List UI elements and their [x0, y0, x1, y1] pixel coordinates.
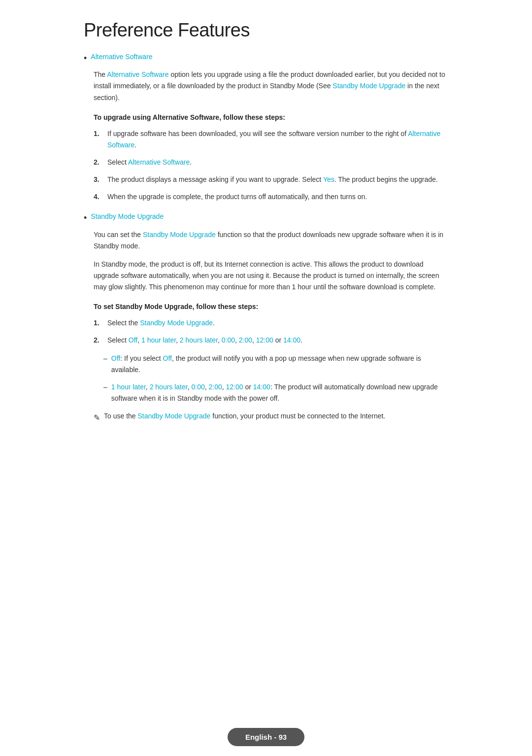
sub-bullet-off: – Off: If you select Off, the product wi…	[103, 353, 448, 376]
step-num-3: 3.	[94, 174, 102, 185]
sub-bullet-off-text: Off: If you select Off, the product will…	[111, 353, 448, 376]
bullet-dot-2: •	[84, 212, 87, 224]
link-yes-step3[interactable]: Yes	[323, 175, 334, 183]
link-off-sub1b[interactable]: Off	[163, 354, 172, 362]
link-1200-sub2[interactable]: 12:00	[226, 383, 243, 391]
link-000-sub2[interactable]: 0:00	[191, 383, 204, 391]
standby-step-1: 1. Select the Standby Mode Upgrade.	[94, 317, 448, 329]
note-icon: ✎	[94, 412, 100, 424]
footer-badge: English - 93	[228, 728, 304, 746]
link-standby-step1[interactable]: Standby Mode Upgrade	[140, 319, 213, 327]
link-standby-mode-intro[interactable]: Standby Mode Upgrade	[332, 82, 405, 90]
standby-step-2-text: Select Off, 1 hour later, 2 hours later,…	[107, 335, 302, 346]
alt-step-2: 2. Select Alternative Software.	[94, 157, 448, 168]
standby-sub-bullets: – Off: If you select Off, the product wi…	[103, 353, 448, 404]
section-content-standby: You can set the Standby Mode Upgrade fun…	[94, 229, 448, 424]
alternative-software-intro: The Alternative Software option lets you…	[94, 69, 448, 103]
standby-step-1-text: Select the Standby Mode Upgrade.	[107, 317, 215, 329]
bullet-label-alternative: • Alternative Software	[84, 53, 448, 64]
main-bullet-list: • Alternative Software The Alternative S…	[84, 53, 448, 424]
step-num-4: 4.	[94, 191, 102, 203]
page-title: Preference Features	[84, 20, 448, 41]
standby-steps-heading: To set Standby Mode Upgrade, follow thes…	[94, 303, 448, 310]
standby-para-1: You can set the Standby Mode Upgrade fun…	[94, 229, 448, 252]
bullet-dot-1: •	[84, 53, 87, 64]
link-alt-sw-step1[interactable]: AlternativeSoftware	[107, 130, 440, 149]
link-alt-sw-step2[interactable]: Alternative Software	[128, 158, 190, 166]
alt-step-1: 1. If upgrade software has been download…	[94, 128, 448, 151]
section-standby-mode: • Standby Mode Upgrade You can set the S…	[84, 212, 448, 424]
standby-step-num-1: 1.	[94, 317, 102, 329]
link-standby-mode-heading[interactable]: Standby Mode Upgrade	[91, 212, 164, 220]
sub-bullet-times-text: 1 hour later, 2 hours later, 0:00, 2:00,…	[111, 381, 448, 404]
alt-software-steps-heading: To upgrade using Alternative Software, f…	[94, 113, 448, 121]
link-000-step2[interactable]: 0:00	[222, 336, 235, 344]
standby-para-2: In Standby mode, the product is off, but…	[94, 259, 448, 293]
link-off-sub1[interactable]: Off	[111, 354, 120, 362]
footer: English - 93	[0, 728, 532, 756]
section-alternative-software: • Alternative Software The Alternative S…	[84, 53, 448, 203]
alt-software-steps-list: 1. If upgrade software has been download…	[94, 128, 448, 203]
link-1400-step2[interactable]: 14:00	[283, 336, 300, 344]
step-num-1: 1.	[94, 128, 102, 139]
alt-step-1-text: If upgrade software has been downloaded,…	[107, 128, 440, 151]
alt-step-4: 4. When the upgrade is complete, the pro…	[94, 191, 448, 203]
standby-steps-list: 1. Select the Standby Mode Upgrade. 2. S…	[94, 317, 448, 346]
standby-step-num-2: 2.	[94, 335, 102, 346]
sub-dash-2: –	[103, 381, 107, 393]
sub-bullet-times: – 1 hour later, 2 hours later, 0:00, 2:0…	[103, 381, 448, 404]
link-alternative-software-heading[interactable]: Alternative Software	[91, 53, 152, 61]
link-2hours-sub2[interactable]: 2 hours later	[150, 383, 188, 391]
link-1400-sub2[interactable]: 14:00	[253, 383, 270, 391]
section-content-alternative: The Alternative Software option lets you…	[94, 69, 448, 203]
link-alt-sw-intro1[interactable]: Alternative Software	[107, 70, 168, 78]
link-2hours-step2[interactable]: 2 hours later	[180, 336, 218, 344]
standby-step-2: 2. Select Off, 1 hour later, 2 hours lat…	[94, 335, 448, 346]
link-200-step2[interactable]: 2:00	[239, 336, 252, 344]
alt-step-2-text: Select Alternative Software.	[107, 157, 192, 168]
page-container: Preference Features • Alternative Softwa…	[54, 0, 478, 483]
sub-dash-1: –	[103, 353, 107, 364]
link-200-sub2[interactable]: 2:00	[209, 383, 222, 391]
alt-step-3-text: The product displays a message asking if…	[107, 174, 438, 185]
link-1hour-sub2[interactable]: 1 hour later	[111, 383, 146, 391]
link-standby-note[interactable]: Standby Mode Upgrade	[138, 412, 211, 420]
note-row: ✎ To use the Standby Mode Upgrade functi…	[94, 411, 448, 424]
link-standby-para1[interactable]: Standby Mode Upgrade	[143, 231, 216, 239]
step-num-2: 2.	[94, 157, 102, 168]
bullet-label-standby: • Standby Mode Upgrade	[84, 212, 448, 224]
link-off-step2[interactable]: Off	[129, 336, 137, 344]
note-text: To use the Standby Mode Upgrade function…	[104, 411, 385, 422]
link-1hour-step2[interactable]: 1 hour later	[141, 336, 176, 344]
alt-step-3: 3. The product displays a message asking…	[94, 174, 448, 185]
link-1200-step2[interactable]: 12:00	[256, 336, 273, 344]
alt-step-4-text: When the upgrade is complete, the produc…	[107, 191, 367, 203]
